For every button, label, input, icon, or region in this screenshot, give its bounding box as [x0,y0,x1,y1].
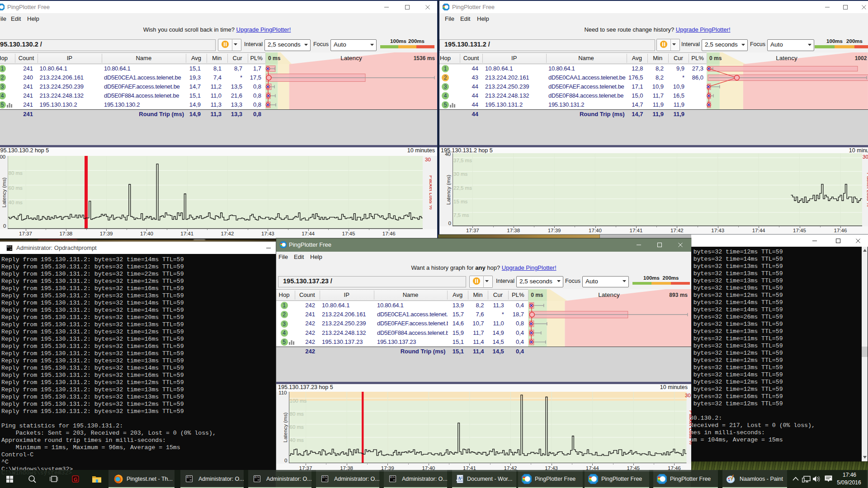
svg-text:Packet Loss %: Packet Loss % [689,410,692,445]
svg-text:C:\: C:\ [255,476,259,479]
svg-text:Latency (ms): Latency (ms) [446,174,451,205]
svg-text:G: G [74,477,78,482]
svg-text:C:\: C:\ [187,476,191,479]
svg-text:C:\: C:\ [322,476,327,479]
svg-text:C:\: C:\ [390,476,395,479]
svg-text:C:\: C:\ [7,246,11,249]
svg-text:Packet Loss %: Packet Loss % [429,175,432,210]
svg-text:Latency (ms): Latency (ms) [1,177,7,207]
svg-text:Latency (ms): Latency (ms) [283,413,288,443]
